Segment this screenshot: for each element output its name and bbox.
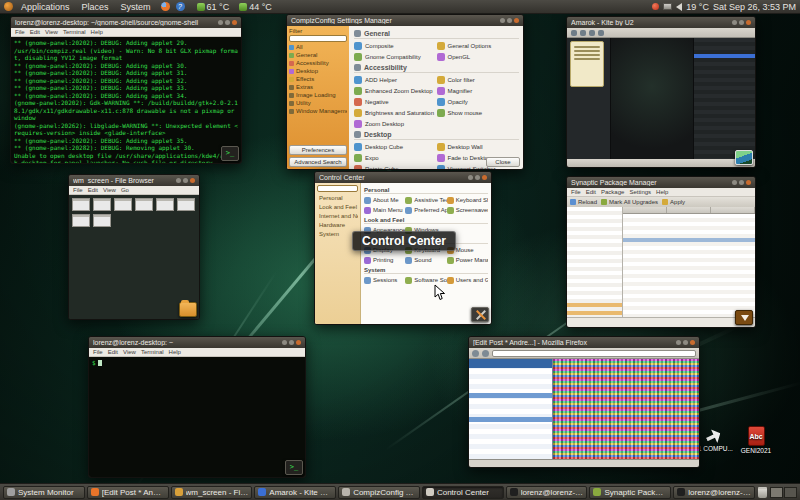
- maximize-button[interactable]: [225, 20, 230, 25]
- panel-menu[interactable]: Places: [76, 0, 115, 13]
- url-bar[interactable]: [492, 350, 696, 357]
- maximize-button[interactable]: [289, 340, 294, 345]
- taskbar-button[interactable]: lorenz@lorenz-de...: [506, 486, 588, 499]
- ccsm-plugin[interactable]: Composite: [354, 40, 437, 51]
- titlebar[interactable]: Control Center: [315, 172, 491, 183]
- ccsm-category[interactable]: General: [289, 51, 347, 59]
- menu-item[interactable]: File: [93, 349, 103, 355]
- workspace-2[interactable]: [784, 487, 797, 498]
- ccsm-plugin[interactable]: General Options: [437, 40, 520, 51]
- control-center-item[interactable]: Main Menu: [364, 205, 405, 215]
- menu-item[interactable]: Go: [121, 187, 129, 193]
- toolbar-icon[interactable]: [580, 30, 586, 36]
- package-table-header[interactable]: [623, 207, 755, 214]
- ccsm-plugin[interactable]: Rotate Cube: [354, 163, 437, 169]
- minimize-button[interactable]: [282, 340, 287, 345]
- ccsm-plugin[interactable]: Enhanced Zoom Desktop: [354, 85, 437, 96]
- back-button[interactable]: [472, 350, 479, 357]
- window-amarok[interactable]: Amarok - Kite by U2: [566, 16, 756, 168]
- taskbar-button[interactable]: lorenz@lorenz-de...: [673, 486, 755, 499]
- ccsm-plugin[interactable]: ADD Helper: [354, 74, 437, 85]
- sidebar-group[interactable]: Hardware: [317, 220, 358, 229]
- clock[interactable]: Sat Sep 26, 3:53 PM: [713, 2, 796, 12]
- menu-item[interactable]: File: [73, 187, 83, 193]
- close-button[interactable]: [746, 180, 751, 185]
- file-icon-view[interactable]: [69, 195, 199, 319]
- amarok-playlist-pane[interactable]: [693, 38, 755, 159]
- ccsm-plugin[interactable]: Show mouse: [437, 107, 520, 118]
- desktop-icon-geni2021[interactable]: Abc GENI2021: [733, 426, 779, 454]
- close-button[interactable]: [296, 340, 301, 345]
- toolbar-button[interactable]: Apply: [662, 199, 685, 205]
- minimize-button[interactable]: [176, 178, 181, 183]
- maximize-button[interactable]: [475, 175, 480, 180]
- terminal-output[interactable]: ** (gnome-panel:20202): DEBUG: Adding ap…: [11, 37, 241, 163]
- control-center-item[interactable]: Printing: [364, 255, 405, 265]
- trash-icon[interactable]: [758, 487, 767, 498]
- category-pane[interactable]: [567, 207, 623, 317]
- toolbar-icon[interactable]: [598, 30, 604, 36]
- selected-list-row[interactable]: [469, 393, 552, 398]
- minimize-button[interactable]: [676, 340, 681, 345]
- close-button[interactable]: [232, 20, 237, 25]
- ccsm-category[interactable]: Extras: [289, 83, 347, 91]
- control-center-item[interactable]: Sound: [405, 255, 446, 265]
- ccsm-plugin[interactable]: Desktop Cube: [354, 141, 437, 152]
- menu-item[interactable]: File: [571, 189, 581, 195]
- titlebar[interactable]: lorenz@lorenz-desktop: ~: [89, 337, 305, 348]
- close-button[interactable]: [482, 175, 487, 180]
- amarok-sources-pane[interactable]: [567, 38, 611, 159]
- ccsm-plugin[interactable]: Gnome Compatibility: [354, 51, 437, 62]
- titlebar[interactable]: Amarok - Kite by U2: [567, 17, 755, 28]
- file-thumbnail[interactable]: [135, 198, 153, 211]
- close-button[interactable]: [514, 18, 519, 23]
- ccsm-category[interactable]: Desktop: [289, 67, 347, 75]
- maximize-button[interactable]: [507, 18, 512, 23]
- firefox-launcher-icon[interactable]: [161, 2, 170, 11]
- minimize-button[interactable]: [732, 20, 737, 25]
- color-noise-content[interactable]: [553, 359, 699, 459]
- panel-menu[interactable]: System: [115, 0, 157, 13]
- selected-category-row[interactable]: [567, 311, 622, 315]
- control-center-item[interactable]: About Me: [364, 195, 405, 205]
- workspace-1[interactable]: [770, 487, 783, 498]
- terminal-output[interactable]: $: [89, 357, 305, 477]
- advanced-search-button[interactable]: Advanced Search: [289, 157, 347, 167]
- playlist-selected-row[interactable]: [694, 54, 755, 58]
- selected-list-row[interactable]: [469, 417, 552, 422]
- menu-item[interactable]: Edit: [108, 349, 118, 355]
- file-thumbnail[interactable]: [93, 214, 111, 227]
- maximize-button[interactable]: [739, 180, 744, 185]
- menu-item[interactable]: View: [123, 349, 136, 355]
- taskbar-button[interactable]: Amarok - Kite by U2: [254, 486, 336, 499]
- file-thumbnail[interactable]: [72, 214, 90, 227]
- menu-item[interactable]: Edit: [30, 29, 40, 35]
- maximize-button[interactable]: [739, 20, 744, 25]
- taskbar-button[interactable]: System Monitor: [3, 486, 85, 499]
- toolbar-button[interactable]: Mark All Upgrades: [601, 199, 658, 205]
- titlebar[interactable]: wm_screen - File Browser: [69, 175, 199, 186]
- control-center-item[interactable]: Screensaver: [447, 205, 488, 215]
- menu-item[interactable]: Help: [169, 349, 181, 355]
- board-temp-applet[interactable]: 44 °C: [239, 2, 272, 12]
- forward-button[interactable]: [482, 350, 489, 357]
- file-thumbnail[interactable]: [93, 198, 111, 211]
- menu-item[interactable]: Help: [91, 29, 103, 35]
- menu-item[interactable]: Terminal: [63, 29, 86, 35]
- titlebar[interactable]: CompizConfig Settings Manager: [287, 15, 523, 26]
- close-button[interactable]: Close: [486, 157, 520, 167]
- ccsm-plugin[interactable]: Magnifier: [437, 85, 520, 96]
- close-button[interactable]: [746, 20, 751, 25]
- selected-category-row[interactable]: [567, 303, 622, 307]
- ccsm-category[interactable]: Window Management: [289, 107, 347, 115]
- sidebar-group[interactable]: Look and Feel: [317, 202, 358, 211]
- file-thumbnail[interactable]: [72, 198, 90, 211]
- taskbar-button[interactable]: Control Center: [422, 486, 504, 499]
- close-button[interactable]: [690, 340, 695, 345]
- toolbar-icon[interactable]: [571, 30, 577, 36]
- network-icon[interactable]: [663, 3, 672, 10]
- sidebar-group[interactable]: Personal: [317, 193, 358, 202]
- menu-item[interactable]: View: [103, 187, 116, 193]
- help-launcher-icon[interactable]: ?: [176, 2, 185, 11]
- maximize-button[interactable]: [183, 178, 188, 183]
